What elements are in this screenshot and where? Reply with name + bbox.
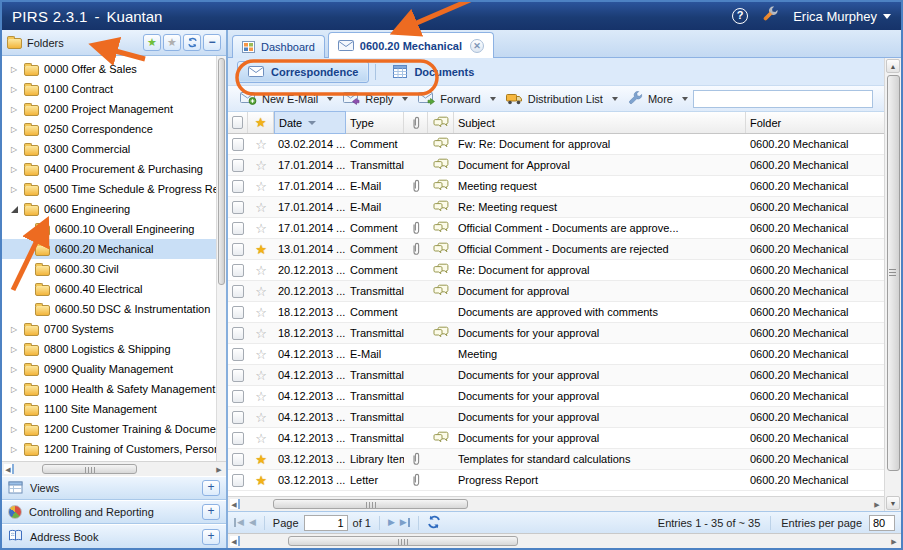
row-checkbox[interactable] — [232, 138, 244, 151]
row-star[interactable]: ★ — [255, 474, 267, 487]
date-column-header[interactable]: Date — [274, 111, 346, 134]
scroll-right-icon[interactable]: ▶ — [889, 536, 899, 546]
tree-expand-icon[interactable] — [9, 123, 19, 135]
table-row[interactable]: ☆ 04.12.2013 ... E-Mail Meeting 0600.20 … — [228, 344, 884, 365]
folder-tree-item[interactable]: 1200 Customer Training & Documentat — [2, 419, 216, 439]
settings-wrench-icon[interactable] — [762, 6, 779, 27]
tree-expand-icon[interactable] — [9, 423, 19, 435]
first-page-button[interactable]: ◀ — [234, 518, 244, 527]
row-checkbox[interactable] — [232, 453, 244, 466]
table-row[interactable]: ☆ 17.01.2014 ... Comment Official Commen… — [228, 218, 884, 239]
new-email-button[interactable]: New E-Mail — [235, 90, 338, 107]
row-star[interactable]: ★ — [255, 453, 267, 466]
row-checkbox[interactable] — [232, 411, 244, 424]
expand-views-button[interactable]: + — [202, 480, 220, 496]
refresh-button[interactable] — [183, 34, 201, 51]
folder-tree-item[interactable]: 0000 Offer & Sales — [2, 59, 216, 79]
subtab-documents[interactable]: Documents — [382, 61, 485, 83]
entries-per-page-input[interactable] — [869, 515, 895, 531]
select-all-checkbox[interactable] — [228, 112, 248, 133]
sidebar-item-controlling[interactable]: Controlling and Reporting + — [2, 500, 226, 524]
dropdown-caret-icon[interactable] — [612, 97, 618, 101]
folder-tree-item[interactable]: 0900 Quality Management — [2, 359, 216, 379]
table-row[interactable]: ☆ 18.12.2013 ... Transmittal Documents f… — [228, 323, 884, 344]
tree-expand-icon[interactable] — [9, 203, 19, 215]
dropdown-caret-icon[interactable] — [327, 97, 333, 101]
refresh-list-button[interactable] — [427, 515, 441, 531]
tree-expand-icon[interactable] — [9, 403, 19, 415]
table-row[interactable]: ☆ 20.12.2013 ... Transmittal Document fo… — [228, 281, 884, 302]
last-page-button[interactable]: ▶ — [400, 518, 410, 527]
tree-expand-icon[interactable] — [9, 383, 19, 395]
row-star[interactable]: ☆ — [255, 369, 267, 382]
row-checkbox[interactable] — [232, 327, 244, 340]
panel-hscroll-thumb[interactable] — [288, 536, 518, 546]
user-menu[interactable]: Erica Murphey — [793, 9, 891, 24]
row-checkbox[interactable] — [232, 348, 244, 361]
folder-tree-item[interactable]: 0600 Engineering — [2, 199, 216, 219]
scroll-right-icon[interactable]: ▶ — [214, 464, 224, 474]
tree-expand-icon[interactable] — [9, 183, 19, 195]
previous-page-button[interactable]: ◀ — [249, 518, 256, 527]
row-checkbox[interactable] — [232, 285, 244, 298]
vscroll-thumb[interactable] — [887, 75, 900, 471]
table-row[interactable]: ☆ 17.01.2014 ... E-Mail Re: Meeting requ… — [228, 197, 884, 218]
folder-tree-item[interactable]: 0600.10 Overall Engineering — [2, 219, 216, 239]
row-star[interactable]: ☆ — [255, 138, 267, 151]
table-hscroll-thumb[interactable] — [273, 499, 468, 509]
reply-button[interactable]: Reply — [338, 90, 413, 107]
row-star[interactable]: ☆ — [255, 285, 267, 298]
dropdown-caret-icon[interactable] — [490, 97, 496, 101]
subtab-correspondence[interactable]: Correspondence — [237, 61, 369, 83]
folder-tree-item[interactable]: 0250 Correspondence — [2, 119, 216, 139]
folder-tree-item[interactable]: 0400 Procurement & Purchasing — [2, 159, 216, 179]
tree-expand-icon[interactable] — [9, 83, 19, 95]
tree-expand-icon[interactable] — [9, 163, 19, 175]
expand-controlling-button[interactable]: + — [202, 504, 220, 520]
row-star[interactable]: ☆ — [255, 327, 267, 340]
folder-tree-item[interactable]: 0600.50 DSC & Instrumentation — [2, 299, 216, 319]
row-checkbox[interactable] — [232, 180, 244, 193]
row-checkbox[interactable] — [232, 159, 244, 172]
table-row[interactable]: ☆ 18.12.2013 ... Comment Documents are a… — [228, 302, 884, 323]
tree-hscroll-thumb[interactable] — [42, 464, 137, 474]
scroll-left-icon[interactable]: ◀ — [230, 536, 240, 546]
folder-tree-item[interactable]: 1200 Training of Customers, Personne — [2, 439, 216, 459]
type-column-header[interactable]: Type — [346, 112, 404, 133]
tree-expand-icon[interactable] — [9, 143, 19, 155]
tree-expand-icon[interactable] — [9, 343, 19, 355]
sidebar-item-views[interactable]: Views + — [2, 476, 226, 500]
table-row[interactable]: ☆ 03.02.2014 ... Comment Fw: Re: Documen… — [228, 134, 884, 155]
row-checkbox[interactable] — [232, 306, 244, 319]
table-row[interactable]: ☆ 04.12.2013 ... Transmittal Documents f… — [228, 407, 884, 428]
table-row[interactable]: ☆ 04.12.2013 ... Transmittal Documents f… — [228, 386, 884, 407]
folder-tree-item[interactable]: 0600.40 Electrical — [2, 279, 216, 299]
table-vertical-scrollbar[interactable]: ▲ ▼ — [884, 58, 901, 511]
more-button[interactable]: More — [623, 89, 693, 108]
dropdown-caret-icon[interactable] — [402, 97, 408, 101]
folder-tree-item[interactable]: 0300 Commercial — [2, 139, 216, 159]
subject-column-header[interactable]: Subject — [454, 112, 746, 133]
scroll-left-icon[interactable]: ◀ — [230, 499, 240, 509]
star-column-header[interactable]: ★ — [248, 112, 274, 133]
search-input[interactable] — [693, 90, 873, 108]
comments-column-header[interactable] — [428, 112, 454, 133]
folder-tree-item[interactable]: 0600.20 Mechanical — [2, 239, 216, 259]
row-star[interactable]: ☆ — [255, 411, 267, 424]
folder-tree-item[interactable]: 0700 Systems — [2, 319, 216, 339]
row-star[interactable]: ☆ — [255, 306, 267, 319]
help-icon[interactable]: ? — [732, 8, 748, 24]
table-row[interactable]: ☆ 17.01.2014 ... Transmittal Document fo… — [228, 155, 884, 176]
row-star[interactable]: ☆ — [255, 348, 267, 361]
scroll-left-icon[interactable]: ◀ — [4, 464, 14, 474]
row-checkbox[interactable] — [232, 390, 244, 403]
folder-tree-item[interactable]: 0600.30 Civil — [2, 259, 216, 279]
scroll-right-icon[interactable]: ▶ — [872, 499, 882, 509]
folder-tree-item[interactable]: 0100 Contract — [2, 79, 216, 99]
table-row[interactable]: ☆ 17.01.2014 ... E-Mail Meeting request … — [228, 176, 884, 197]
scroll-up-icon[interactable]: ▲ — [886, 59, 900, 73]
row-checkbox[interactable] — [232, 369, 244, 382]
table-row[interactable]: ★ 03.12.2013 ... Library Item Templates … — [228, 449, 884, 470]
row-star[interactable]: ☆ — [255, 432, 267, 445]
distribution-list-button[interactable]: Distribution List — [501, 91, 623, 107]
